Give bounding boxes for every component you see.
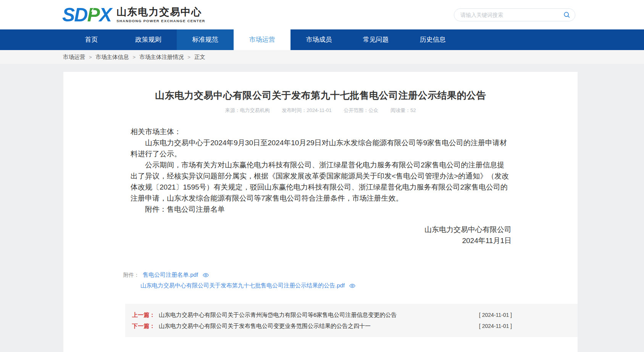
- attachment-row: 附件： 售电公司注册名单.pdf: [123, 271, 578, 279]
- logo-letter-p: P: [87, 4, 99, 26]
- paragraph-attachment-note: 附件：售电公司注册名单: [131, 204, 512, 215]
- article-card: 山东电力交易中心有限公司关于发布第九十七批售电公司注册公示结果的公告 来源：电力…: [63, 72, 578, 352]
- lightning-icon: [91, 8, 95, 15]
- breadcrumb: 市场运营 > 市场主体信息 > 市场主体注册情况 > 正文: [0, 50, 644, 64]
- logo-name-en: SHANDONG POWER EXCHANGE CENTER: [116, 19, 205, 23]
- next-article-link[interactable]: 山东电力交易中心有限公司关于发布售电公司变更业务范围公示结果的公告之四十一: [159, 321, 471, 331]
- breadcrumb-separator: >: [89, 54, 92, 60]
- breadcrumb-market-subject-info[interactable]: 市场主体信息: [96, 54, 129, 61]
- attachment-row: 山东电力交易中心有限公司关于发布第九十七批售电公司注册公示结果的公告.pdf: [123, 282, 578, 289]
- article-title: 山东电力交易中心有限公司关于发布第九十七批售电公司注册公示结果的公告: [63, 89, 578, 102]
- prev-article-date: [ 2024-11-01 ]: [479, 310, 512, 320]
- breadcrumb-registration-status[interactable]: 市场主体注册情况: [139, 54, 184, 61]
- meta-views: 阅读量：52: [391, 107, 416, 113]
- prev-next-box: 上一篇： 山东电力交易中心有限公司关于公示青州海岱电力有限公司等6家售电公司注册…: [125, 304, 578, 337]
- breadcrumb-market-operation[interactable]: 市场运营: [63, 54, 85, 61]
- logo-name-cn: 山东电力交易中心: [116, 6, 205, 18]
- search-button[interactable]: [563, 11, 570, 19]
- next-article-date: [ 2024-11-01 ]: [479, 321, 512, 331]
- nav-item-faq[interactable]: 常见问题: [347, 29, 404, 50]
- paragraph: 公示期间，市场有关方对山东赢伦电力科技有限公司、浙江绿星普化电力服务有限公司2家…: [131, 159, 512, 204]
- meta-scope: 公开范围：公众: [344, 107, 378, 113]
- logo-letter-x: X: [99, 4, 111, 26]
- logo-names: 山东电力交易中心 SHANDONG POWER EXCHANGE CENTER: [116, 6, 205, 23]
- prev-article-link[interactable]: 山东电力交易中心有限公司关于公示青州海岱电力有限公司等6家售电公司注册信息变更的…: [159, 310, 471, 320]
- search-box: [454, 8, 575, 21]
- prev-label: 上一篇：: [132, 310, 155, 320]
- next-label: 下一篇：: [132, 321, 155, 331]
- next-article-row: 下一篇： 山东电力交易中心有限公司关于发布售电公司变更业务范围公示结果的公告之四…: [132, 321, 512, 331]
- main-nav: 首页 政策规则 标准规范 市场运营 市场成员 常见问题 历史信息: [0, 29, 644, 50]
- article-body: 相关市场主体： 山东电力交易中心于2024年9月30日至2024年10月29日对…: [63, 126, 578, 246]
- breadcrumb-separator: >: [187, 54, 190, 60]
- site-logo[interactable]: SDPX 山东电力交易中心 SHANDONG POWER EXCHANGE CE…: [62, 5, 205, 24]
- meta-publish-time: 发布时间：2024-11-01: [282, 107, 332, 113]
- preview-eye-icon[interactable]: [203, 273, 209, 277]
- paragraph: 山东电力交易中心于2024年9月30日至2024年10月29日对山东水发综合能源…: [131, 137, 512, 159]
- nav-item-history[interactable]: 历史信息: [404, 29, 461, 50]
- preview-eye-icon[interactable]: [349, 284, 355, 288]
- search-input[interactable]: [460, 12, 563, 18]
- search-icon: [563, 11, 570, 18]
- prev-article-row: 上一篇： 山东电力交易中心有限公司关于公示青州海岱电力有限公司等6家售电公司注册…: [132, 310, 512, 320]
- meta-source: 来源：电力交易机构: [225, 107, 270, 113]
- nav-item-home[interactable]: 首页: [63, 29, 120, 50]
- logo-mark: SDPX: [62, 5, 111, 24]
- breadcrumb-current-article: 正文: [194, 54, 205, 61]
- attachments-label: 附件：: [123, 272, 139, 279]
- attachments-section: 附件： 售电公司注册名单.pdf 山东电力交易中心有限公司关于发布第九十七批售电…: [63, 271, 578, 289]
- nav-item-market-operation[interactable]: 市场运营: [234, 29, 291, 50]
- signature-company: 山东电力交易中心有限公司: [131, 224, 512, 235]
- nav-item-market-members[interactable]: 市场成员: [291, 29, 347, 50]
- article-meta: 来源：电力交易机构 发布时间：2024-11-01 公开范围：公众 阅读量：52: [63, 107, 578, 114]
- site-header: SDPX 山东电力交易中心 SHANDONG POWER EXCHANGE CE…: [0, 0, 644, 29]
- attachment-link-announcement-pdf[interactable]: 山东电力交易中心有限公司关于发布第九十七批售电公司注册公示结果的公告.pdf: [140, 282, 345, 289]
- attachment-link-register-list[interactable]: 售电公司注册名单.pdf: [143, 271, 198, 279]
- paragraph: 相关市场主体：: [131, 126, 512, 137]
- nav-item-policy-rules[interactable]: 政策规则: [120, 29, 177, 50]
- nav-item-standards[interactable]: 标准规范: [177, 29, 234, 50]
- logo-letters-sd: SD: [62, 4, 87, 26]
- breadcrumb-separator: >: [133, 54, 136, 60]
- signature-date: 2024年11月1日: [131, 235, 512, 246]
